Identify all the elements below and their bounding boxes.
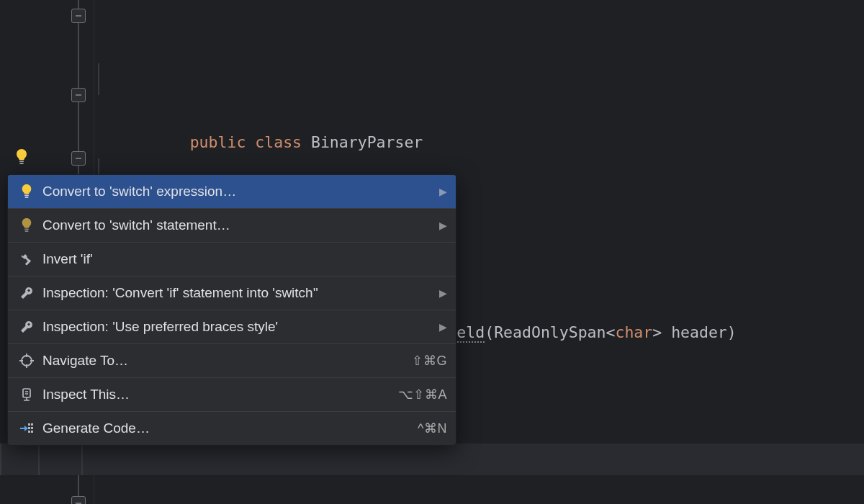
svg-rect-11 [28, 423, 30, 426]
inspect-icon [18, 386, 35, 403]
intention-actions-popup[interactable]: Convert to 'switch' expression… ▶ Conver… [7, 174, 456, 446]
lightbulb-icon [18, 217, 35, 234]
code-line: public class BinaryParser [98, 63, 864, 95]
target-icon [18, 352, 35, 369]
intention-invert-if[interactable]: Invert 'if' [8, 242, 456, 276]
svg-point-9 [22, 356, 32, 366]
intention-convert-switch-statement[interactable]: Convert to 'switch' statement… ▶ [8, 208, 456, 242]
svg-rect-13 [28, 427, 30, 429]
popup-item-label: Inspect This… [42, 387, 392, 402]
generate-code[interactable]: Generate Code… ^⌘N [8, 411, 456, 445]
intention-bulb-icon[interactable] [14, 145, 29, 162]
svg-rect-12 [31, 423, 33, 426]
generate-icon [18, 420, 35, 437]
svg-rect-7 [24, 230, 28, 232]
submenu-arrow-icon: ▶ [437, 285, 447, 301]
svg-rect-1 [19, 163, 24, 164]
inspection-convert-if[interactable]: Inspection: 'Convert 'if' statement into… [8, 276, 456, 310]
popup-item-label: Convert to 'switch' statement… [42, 217, 433, 233]
svg-rect-15 [28, 431, 30, 433]
keyboard-shortcut: ⌥⇧⌘A [398, 387, 447, 402]
popup-item-label: Navigate To… [42, 353, 406, 369]
svg-rect-16 [31, 431, 33, 433]
hammer-icon [18, 251, 35, 268]
fold-toggle[interactable] [71, 9, 86, 23]
navigate-to[interactable]: Navigate To… ⇧⌘G [8, 343, 456, 377]
svg-rect-6 [24, 229, 29, 230]
code-editor[interactable]: public class BinaryParser { public Field… [0, 0, 864, 504]
intention-convert-switch-expression[interactable]: Convert to 'switch' expression… ▶ [8, 175, 456, 208]
wrench-icon [18, 284, 35, 302]
fold-toggle[interactable] [71, 496, 86, 504]
svg-rect-0 [19, 161, 24, 162]
svg-rect-10 [23, 389, 30, 397]
svg-rect-5 [24, 197, 28, 198]
popup-item-label: Convert to 'switch' expression… [42, 184, 433, 199]
inspection-braces-style[interactable]: Inspection: 'Use preferred braces style'… [8, 310, 456, 343]
inspect-this[interactable]: Inspect This… ⌥⇧⌘A [8, 377, 456, 411]
keyboard-shortcut: ^⌘N [418, 420, 447, 436]
lightbulb-icon [18, 183, 35, 200]
wrench-icon [18, 318, 35, 336]
submenu-arrow-icon: ▶ [437, 217, 447, 233]
popup-item-label: Invert 'if' [42, 251, 447, 267]
submenu-arrow-icon: ▶ [437, 319, 447, 335]
svg-rect-4 [24, 195, 29, 197]
fold-toggle[interactable] [71, 151, 86, 166]
fold-toggle[interactable] [71, 88, 86, 102]
popup-item-label: Generate Code… [42, 420, 412, 436]
submenu-arrow-icon: ▶ [437, 184, 447, 199]
code-line-active: if (header.SequenceEqual(other: "<==HEAD… [0, 444, 864, 475]
svg-rect-14 [31, 427, 33, 429]
keyboard-shortcut: ⇧⌘G [412, 353, 447, 369]
popup-item-label: Inspection: 'Use preferred braces style' [42, 319, 433, 335]
popup-item-label: Inspection: 'Convert 'if' statement into… [42, 285, 433, 301]
